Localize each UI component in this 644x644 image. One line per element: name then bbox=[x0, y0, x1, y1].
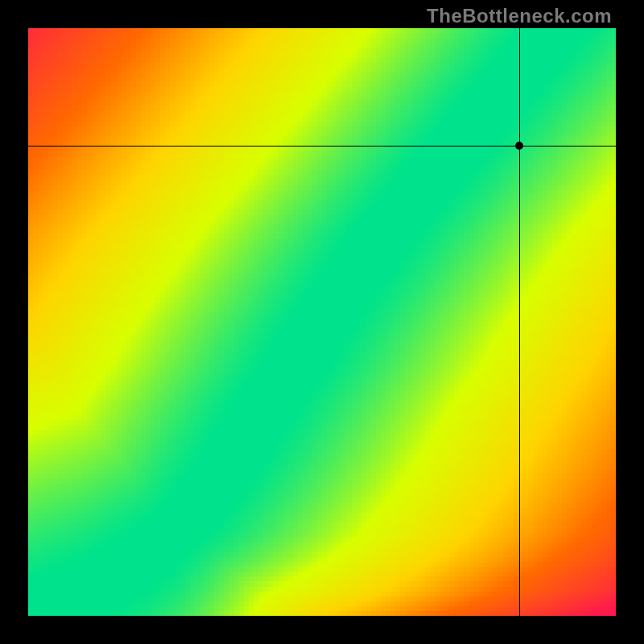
watermark-text: TheBottleneck.com bbox=[427, 5, 612, 27]
crosshair-horizontal-line bbox=[28, 146, 616, 147]
crosshair-vertical-line bbox=[519, 28, 520, 616]
heatmap-plot bbox=[28, 28, 616, 616]
heatmap-canvas bbox=[28, 28, 616, 616]
crosshair-marker-dot bbox=[515, 142, 523, 150]
